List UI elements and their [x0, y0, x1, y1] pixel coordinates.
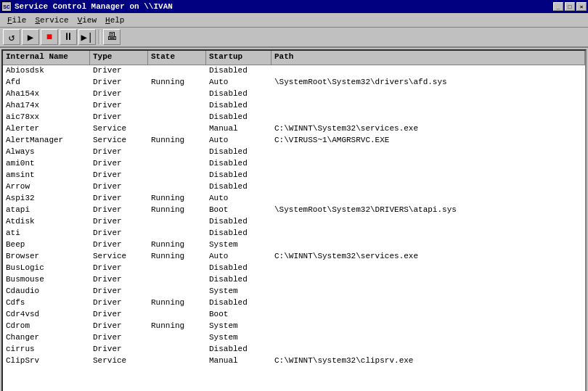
table-row[interactable]: BrowserServiceRunningAutoC:\WINNT\System… [3, 251, 585, 263]
table-row[interactable]: Aspi32DriverRunningAuto [3, 193, 585, 205]
table-row[interactable]: atapiDriverRunningBoot\SystemRoot\System… [3, 205, 585, 216]
table-row[interactable]: BusLogicDriverDisabled [3, 263, 585, 274]
table-cell-name: Cdfs [3, 297, 90, 309]
stop-button[interactable]: ■ [41, 29, 58, 45]
table-cell-state: Running [148, 205, 206, 216]
table-cell-startup: Disabled [206, 263, 271, 274]
menu-file[interactable]: File [3, 15, 30, 25]
pause-button[interactable]: ⏸ [60, 29, 77, 45]
table-cell-state [148, 216, 206, 228]
col-header-state[interactable]: State [148, 51, 206, 65]
table-body[interactable]: AbiosdskDriverDisabledAfdDriverRunningAu… [3, 65, 585, 391]
menu-view[interactable]: View [73, 15, 101, 25]
table-cell-state [148, 147, 206, 158]
refresh-button[interactable]: ↺ [3, 29, 20, 45]
window-title: Service Control Manager on \\IVAN [15, 2, 173, 11]
table-cell-name: Beep [3, 239, 90, 251]
table-cell-type: Driver [90, 309, 148, 321]
table-cell-state: Running [148, 193, 206, 205]
table-row[interactable]: AlertManagerServiceRunningAutoC:\VIRUSS~… [3, 135, 585, 147]
table-cell-type: Driver [90, 344, 148, 355]
menu-help[interactable]: Help [101, 15, 128, 25]
main-table-container: Internal Name Type State Startup Path Ab… [1, 49, 587, 391]
table-cell-name: ClipSrv [3, 355, 90, 367]
col-header-path[interactable]: Path [271, 51, 585, 65]
table-cell-startup: Disabled [206, 112, 271, 123]
table-cell-startup: Disabled [206, 344, 271, 355]
table-cell-startup: Disabled [206, 158, 271, 170]
table-cell-state: Running [148, 77, 206, 89]
table-cell-state [148, 274, 206, 286]
table-cell-path: C:\WINNT\System32\services.exe [271, 251, 585, 263]
table-row[interactable]: BusmouseDriverDisabled [3, 274, 585, 286]
table-cell-path [271, 309, 585, 321]
table-cell-state: Running [148, 239, 206, 251]
table-cell-path [271, 332, 585, 344]
col-header-type[interactable]: Type [90, 51, 148, 65]
table-cell-type: Driver [90, 77, 148, 89]
table-cell-type: Driver [90, 65, 148, 77]
table-cell-startup: System [206, 332, 271, 344]
table-row[interactable]: Cdr4vsdDriverBoot [3, 309, 585, 321]
table-cell-startup: Disabled [206, 181, 271, 193]
table-cell-name: Browser [3, 251, 90, 263]
table-row[interactable]: BeepDriverRunningSystem [3, 239, 585, 251]
table-cell-name: cirrus [3, 344, 90, 355]
table-cell-path [271, 147, 585, 158]
table-row[interactable]: Aha174xDriverDisabled [3, 100, 585, 112]
table-cell-startup: System [206, 286, 271, 297]
table-row[interactable]: ami0ntDriverDisabled [3, 158, 585, 170]
minimize-button[interactable]: _ [553, 2, 563, 11]
table-cell-path: C:\VIRUSS~1\AMGRSRVC.EXE [271, 135, 585, 147]
menu-service[interactable]: Service [30, 15, 73, 25]
col-header-startup[interactable]: Startup [206, 51, 271, 65]
start-button[interactable]: ▶ [22, 29, 39, 45]
table-cell-startup: Boot [206, 205, 271, 216]
print-button[interactable]: 🖶 [103, 29, 121, 45]
table-cell-type: Service [90, 251, 148, 263]
table-row[interactable]: AbiosdskDriverDisabled [3, 65, 585, 77]
table-row[interactable]: CdaudioDriverSystem [3, 286, 585, 297]
table-cell-startup: Disabled [206, 147, 271, 158]
table-cell-path [271, 65, 585, 77]
table-cell-path [271, 181, 585, 193]
table-cell-state: Running [148, 297, 206, 309]
table-cell-path [271, 170, 585, 181]
table-row[interactable]: ChangerDriverSystem [3, 332, 585, 344]
table-cell-type: Driver [90, 263, 148, 274]
table-cell-path [271, 263, 585, 274]
table-cell-type: Driver [90, 89, 148, 100]
maximize-button[interactable]: □ [565, 2, 575, 11]
table-cell-state [148, 123, 206, 135]
table-cell-name: aic78xx [3, 112, 90, 123]
table-cell-path: \SystemRoot\System32\DRIVERS\atapi.sys [271, 205, 585, 216]
table-cell-path [271, 274, 585, 286]
table-cell-startup: Auto [206, 193, 271, 205]
table-cell-path [271, 112, 585, 123]
table-row[interactable]: AlerterServiceManualC:\WINNT\System32\se… [3, 123, 585, 135]
table-row[interactable]: AfdDriverRunningAuto\SystemRoot\System32… [3, 77, 585, 89]
table-cell-startup: System [206, 239, 271, 251]
table-cell-type: Driver [90, 332, 148, 344]
table-row[interactable]: AtdiskDriverDisabled [3, 216, 585, 228]
col-header-name[interactable]: Internal Name [3, 51, 90, 65]
close-button[interactable]: × [576, 2, 587, 11]
table-row[interactable]: Aha154xDriverDisabled [3, 89, 585, 100]
table-row[interactable]: amsintDriverDisabled [3, 170, 585, 181]
table-cell-type: Driver [90, 158, 148, 170]
table-row[interactable]: CdfsDriverRunningDisabled [3, 297, 585, 309]
table-row[interactable]: aic78xxDriverDisabled [3, 112, 585, 123]
table-row[interactable]: AlwaysDriverDisabled [3, 147, 585, 158]
table-row[interactable]: cirrusDriverDisabled [3, 344, 585, 355]
table-cell-name: ati [3, 228, 90, 239]
table-row[interactable]: ArrowDriverDisabled [3, 181, 585, 193]
table-cell-state: Running [148, 251, 206, 263]
table-row[interactable]: ClipSrvServiceManualC:\WINNT\system32\cl… [3, 355, 585, 367]
menu-bar: File Service View Help [0, 13, 588, 28]
table-cell-path [271, 89, 585, 100]
table-row[interactable]: atiDriverDisabled [3, 228, 585, 239]
table-row[interactable]: CdromDriverRunningSystem [3, 321, 585, 332]
table-cell-name: ami0nt [3, 158, 90, 170]
table-cell-startup: Disabled [206, 170, 271, 181]
continue-button[interactable]: ▶| [78, 29, 96, 45]
